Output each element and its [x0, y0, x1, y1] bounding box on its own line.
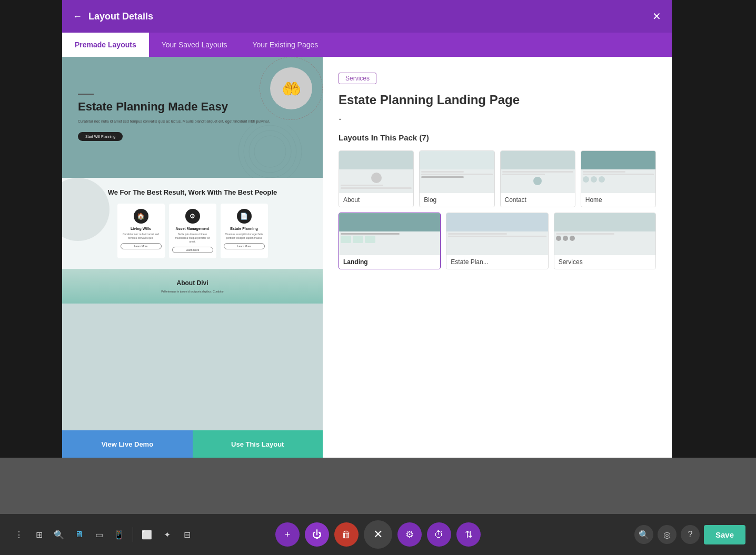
thumb-label-blog: Blog [420, 193, 494, 207]
toolbar-tablet-icon[interactable]: ▭ [91, 526, 107, 543]
site-hero-text: Estate Planning Made Easy Curabitur nec … [78, 94, 270, 142]
hero-cta-btn: Start Will Planning [78, 132, 123, 141]
thumbnail-grid-row1: About Blog [339, 150, 656, 207]
hero-dash [78, 94, 94, 95]
preview-actions: View Live Demo Use This Layout [62, 430, 323, 458]
preview-panel: Estate Planning Made Easy Curabitur nec … [62, 57, 323, 458]
thumb-image-contact [501, 151, 575, 193]
bottom-toolbar: ⋮ ⊞ 🔍 🖥 ▭ 📱 ⬜ ✦ ⊟ + ⏻ 🗑 ✕ ⚙ ⏱ ⇅ 🔍 ◎ ? Sa… [0, 514, 756, 555]
thumbnail-estate[interactable]: Estate Plan... [446, 213, 548, 269]
modal-overlay: ← Layout Details ✕ Premade Layouts Your … [62, 0, 672, 458]
thumb-image-blog [420, 151, 494, 193]
thumbnail-home[interactable]: Home [581, 150, 656, 207]
use-this-layout-button[interactable]: Use This Layout [193, 430, 323, 458]
layout-dot: · [339, 113, 656, 125]
back-button[interactable]: ← [73, 11, 82, 22]
card-title-2: Estate Planning [224, 227, 265, 230]
power-button[interactable]: ⏻ [305, 522, 329, 547]
preview-image: Estate Planning Made Easy Curabitur nec … [62, 57, 323, 430]
settings-button[interactable]: ⚙ [397, 522, 422, 547]
site-hero: Estate Planning Made Easy Curabitur nec … [62, 57, 323, 178]
card-title-0: Living Wills [121, 227, 162, 230]
thumbnail-grid-row2: Landing Estate Plan... [339, 213, 656, 269]
toolbar-grid-icon[interactable]: ⊞ [31, 526, 47, 543]
toolbar-desktop-icon[interactable]: 🖥 [71, 526, 87, 543]
thumb-image-home [581, 151, 655, 193]
details-panel: Services Estate Planning Landing Page · … [323, 57, 672, 458]
modal-tabs: Premade Layouts Your Saved Layouts Your … [62, 33, 672, 57]
thumbnail-landing[interactable]: Landing [339, 213, 441, 269]
thumb-label-landing: Landing [339, 255, 440, 269]
close-button[interactable]: ✕ [652, 11, 661, 22]
category-badge: Services [339, 73, 376, 84]
site-cards: 🏠 Living Wills Curabitur nec nulla id am… [78, 204, 307, 258]
layout-title: Estate Planning Landing Page [339, 93, 656, 107]
toolbar-divider-1 [133, 527, 133, 542]
left-dark-panel [0, 0, 62, 458]
add-button[interactable]: + [275, 522, 300, 547]
site-preview: Estate Planning Made Easy Curabitur nec … [62, 57, 323, 430]
toolbar-search-icon[interactable]: 🔍 [51, 526, 67, 543]
card-asset-mgmt: ⚙ Asset Management Nulla quis lorem ut l… [169, 204, 216, 258]
toolbar-center: + ⏻ 🗑 ✕ ⚙ ⏱ ⇅ [275, 520, 481, 549]
tab-existing[interactable]: Your Existing Pages [240, 33, 331, 57]
card-text-2: Vivamus suscipit tortor eget felis portt… [224, 233, 265, 240]
thumb-image-landing [339, 213, 440, 255]
toolbar-left: ⋮ ⊞ 🔍 🖥 ▭ 📱 ⬜ ✦ ⊟ [11, 526, 195, 543]
toolbar-more-icon[interactable]: ⋮ [11, 526, 27, 543]
card-icon-1: ⚙ [185, 209, 200, 224]
card-btn-0: Learn More [121, 243, 162, 249]
thumb-label-home: Home [581, 193, 655, 207]
tab-saved[interactable]: Your Saved Layouts [149, 33, 240, 57]
thumb-label-contact: Contact [501, 193, 575, 207]
save-button[interactable]: Save [704, 525, 745, 544]
site-bottom: About Divi Pellentesque in ipsum id orci… [62, 269, 323, 304]
close-center-button[interactable]: ✕ [364, 520, 392, 549]
layers-icon[interactable]: ◎ [658, 525, 677, 544]
card-icon-0: 🏠 [134, 209, 148, 224]
card-icon-2: 📄 [237, 209, 252, 224]
search-right-icon[interactable]: 🔍 [634, 525, 653, 544]
toolbar-right: 🔍 ◎ ? Save [634, 525, 745, 544]
toolbar-layout-icon[interactable]: ⊟ [178, 526, 195, 543]
thumb-label-about: About [339, 193, 413, 207]
toolbar-select-icon[interactable]: ⬜ [138, 526, 155, 543]
bottom-text: Pellentesque in ipsum id orci porta dapi… [78, 290, 307, 293]
hero-sub: Curabitur nec nulla id amet sed tempus c… [78, 119, 270, 125]
card-living-wills: 🏠 Living Wills Curabitur nec nulla id am… [117, 204, 165, 258]
card-text-1: Nulla quis lorem ut libero malesuada feu… [172, 233, 213, 244]
thumb-image-about [339, 151, 413, 193]
thumb-image-services [554, 213, 655, 255]
thumbnail-services[interactable]: Services [554, 213, 656, 269]
thumbnail-about[interactable]: About [339, 150, 414, 207]
modal-title: Layout Details [88, 11, 153, 22]
thumb-image-estate [446, 213, 548, 255]
tab-premade[interactable]: Premade Layouts [62, 33, 149, 57]
toolbar-magic-icon[interactable]: ✦ [158, 526, 175, 543]
modal-body: Estate Planning Made Easy Curabitur nec … [62, 57, 672, 458]
modal-header: ← Layout Details ✕ [62, 0, 672, 33]
timer-button[interactable]: ⏱ [427, 522, 451, 547]
bottom-title: About Divi [78, 279, 307, 287]
hero-title: Estate Planning Made Easy [78, 100, 270, 114]
thumb-label-estate: Estate Plan... [446, 255, 548, 269]
toolbar-mobile-icon[interactable]: 📱 [111, 526, 127, 543]
thumbnail-contact[interactable]: Contact [500, 150, 575, 207]
thumb-label-services: Services [554, 255, 655, 269]
card-title-1: Asset Management [172, 227, 213, 230]
card-btn-2: Learn More [224, 243, 265, 249]
view-live-demo-button[interactable]: View Live Demo [62, 430, 193, 458]
hero-image-circle: 🤲 [270, 67, 312, 109]
card-estate-planning: 📄 Estate Planning Vivamus suscipit torto… [221, 204, 268, 258]
middle-title: We For The Best Result, Work With The Be… [78, 188, 307, 196]
modal-header-left: ← Layout Details [73, 11, 153, 22]
thumbnail-blog[interactable]: Blog [419, 150, 494, 207]
sort-button[interactable]: ⇅ [456, 522, 481, 547]
help-icon[interactable]: ? [681, 525, 700, 544]
card-btn-1: Learn More [172, 247, 213, 253]
delete-button[interactable]: 🗑 [334, 522, 359, 547]
card-text-0: Curabitur nec nulla id amet sed tempus c… [121, 233, 162, 240]
pack-label: Layouts In This Pack (7) [339, 133, 656, 142]
